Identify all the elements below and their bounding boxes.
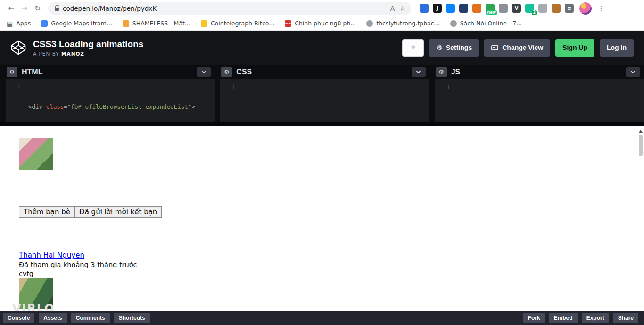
- line-number: 1: [6, 82, 21, 92]
- console-button[interactable]: Console: [3, 313, 34, 323]
- js-collapse-button[interactable]: [626, 67, 640, 77]
- css-panel-title: CSS: [236, 68, 252, 76]
- scrollbar-thumb[interactable]: [639, 135, 643, 156]
- html-panel-header: ⚙ HTML: [6, 65, 215, 79]
- extension-icon[interactable]: ≡: [565, 4, 574, 13]
- extension-badge: 2: [532, 10, 537, 15]
- shortcuts-button[interactable]: Shortcuts: [114, 313, 150, 323]
- js-code: [456, 79, 458, 122]
- extension-icon[interactable]: V: [512, 4, 521, 13]
- extension-icon[interactable]: [459, 4, 468, 13]
- sign-up-label: Sign Up: [562, 44, 587, 51]
- html-code-editor[interactable]: 1 <div class="fbProfileBrowserList expan…: [6, 79, 215, 122]
- gear-icon: ⚙: [436, 44, 442, 51]
- heart-icon: ♥: [411, 43, 415, 52]
- comments-button[interactable]: Comments: [71, 313, 110, 323]
- css-panel-header: ⚙ CSS: [220, 65, 429, 79]
- extension-glyph: J: [437, 6, 438, 11]
- extension-icon[interactable]: [446, 4, 455, 13]
- apps-shortcut[interactable]: ▦Apps: [7, 20, 31, 27]
- extension-icon[interactable]: new: [486, 4, 495, 13]
- export-button[interactable]: Export: [582, 313, 609, 323]
- extension-icon[interactable]: [499, 4, 508, 13]
- js-panel-title: JS: [451, 68, 461, 76]
- back-icon[interactable]: ←: [5, 2, 18, 15]
- html-collapse-button[interactable]: [197, 67, 211, 77]
- lock-icon: [55, 8, 59, 11]
- change-view-label: Change View: [502, 44, 543, 51]
- change-view-icon: [491, 45, 498, 50]
- log-in-label: Log In: [607, 44, 627, 51]
- add-friend-button[interactable]: Thêm bạn bè: [19, 206, 75, 218]
- extension-icon[interactable]: [472, 4, 481, 13]
- preview-scrollbar[interactable]: [637, 126, 644, 311]
- js-settings-button[interactable]: ⚙: [436, 67, 447, 77]
- line-numbers: 1: [220, 79, 241, 122]
- chevron-down-icon: [201, 69, 206, 73]
- note-text: cvfg: [19, 270, 33, 277]
- editor-resize-bar[interactable]: [0, 122, 644, 126]
- bookmarks-bar: ▦Apps Google Maps ifram... SHAMELESS - M…: [0, 16, 644, 31]
- assets-button[interactable]: Assets: [39, 313, 66, 323]
- url-text: codepen.io/Manoz/pen/pydxK: [63, 5, 386, 12]
- apps-grid-icon: ▦: [7, 20, 13, 27]
- js-panel: ⚙ JS 1: [435, 65, 644, 122]
- forward-icon[interactable]: →: [18, 2, 31, 15]
- bookmark-item[interactable]: Cointelegraph Bitco...: [201, 20, 274, 27]
- browser-menu-icon[interactable]: ⋮: [595, 3, 607, 14]
- extension-badge: new: [486, 10, 497, 15]
- code-token: <div: [28, 103, 46, 110]
- html-settings-button[interactable]: ⚙: [7, 67, 17, 77]
- extension-icon[interactable]: 2: [525, 4, 534, 13]
- html-panel: ⚙ HTML 1 <div class="fbProfileBrowserLis…: [6, 65, 215, 122]
- extension-icon[interactable]: [552, 4, 561, 13]
- bookmark-label: SHAMELESS - Mặt...: [132, 20, 190, 27]
- bookmark-item[interactable]: PDFChinh phục ngữ ph...: [285, 20, 356, 27]
- profile-photo-top: [19, 138, 53, 170]
- byline-prefix: A PEN BY: [33, 51, 59, 57]
- favicon: [201, 20, 207, 27]
- extension-icon[interactable]: J: [433, 4, 442, 13]
- code-token: class: [46, 103, 64, 110]
- line-numbers: 1: [435, 79, 456, 122]
- bookmark-star-icon[interactable]: ☆: [399, 5, 405, 12]
- browser-toolbar: ← → ↻ codepen.io/Manoz/pen/pydxK A ☆ J n…: [0, 0, 644, 16]
- bookmark-label: Sách Nói Online - 7...: [460, 20, 522, 27]
- fork-button[interactable]: Fork: [523, 313, 545, 323]
- extension-icon[interactable]: [420, 4, 429, 13]
- globe-favicon: [366, 20, 373, 27]
- bookmark-item[interactable]: Google Maps ifram...: [41, 20, 112, 27]
- scroll-up-arrow-icon[interactable]: [639, 130, 643, 133]
- love-button[interactable]: ♥: [402, 39, 424, 57]
- change-view-button[interactable]: Change View: [484, 39, 550, 57]
- bookmark-item[interactable]: SHAMELESS - Mặt...: [123, 20, 190, 27]
- request-sent-button[interactable]: Đã gửi lời mời kết bạn: [74, 206, 162, 218]
- address-bar[interactable]: codepen.io/Manoz/pen/pydxK A ☆: [48, 2, 411, 15]
- log-in-button[interactable]: Log In: [600, 39, 634, 57]
- bookmark-item[interactable]: Sách Nói Online - 7...: [450, 20, 522, 27]
- share-button[interactable]: Share: [613, 313, 638, 323]
- bookmark-label: Google Maps ifram...: [51, 20, 112, 27]
- sign-up-button[interactable]: Sign Up: [555, 39, 594, 57]
- translate-icon[interactable]: A: [390, 5, 395, 12]
- css-settings-button[interactable]: ⚙: [221, 67, 232, 77]
- chevron-down-icon: [416, 69, 421, 73]
- chevron-down-icon: [631, 69, 636, 73]
- bookmark-item[interactable]: thcslytutrong.tpbac...: [366, 20, 439, 27]
- bookmark-label: Cointelegraph Bitco...: [211, 20, 274, 27]
- css-panel: ⚙ CSS 1: [220, 65, 429, 122]
- extension-icon[interactable]: [538, 4, 547, 13]
- profile-name-link[interactable]: Thanh Hai Nguyen: [19, 251, 84, 260]
- extension-glyph: ≡: [567, 6, 571, 11]
- pen-author[interactable]: Manoz: [61, 51, 84, 57]
- codepen-logo-icon[interactable]: [10, 40, 26, 56]
- css-collapse-button[interactable]: [412, 67, 426, 77]
- reload-icon[interactable]: ↻: [31, 2, 44, 15]
- profile-avatar[interactable]: [579, 2, 592, 15]
- css-code: [241, 79, 243, 122]
- css-code-editor[interactable]: 1: [220, 79, 429, 122]
- js-code-editor[interactable]: 1: [435, 79, 644, 122]
- settings-button[interactable]: ⚙Settings: [429, 39, 479, 57]
- bookmark-label: Chinh phục ngữ ph...: [295, 20, 356, 27]
- embed-button[interactable]: Embed: [549, 313, 578, 323]
